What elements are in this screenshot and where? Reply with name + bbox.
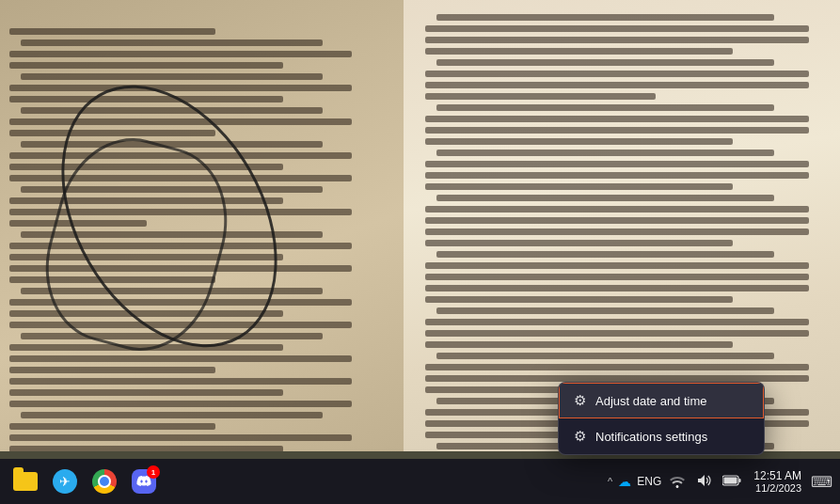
keyboard-icon[interactable]: ⌨ xyxy=(811,473,832,491)
volume-icon[interactable] xyxy=(693,472,714,492)
folder-icon xyxy=(13,472,38,491)
chrome-icon xyxy=(92,469,117,494)
gear-icon-notifications: ⚙ xyxy=(574,428,586,445)
taskbar-apps: ✈ 1 xyxy=(8,464,162,499)
taskbar: ✈ 1 ^ ☁ ENG xyxy=(0,459,840,504)
tray-chevron-icon[interactable]: ^ xyxy=(608,476,612,487)
context-menu: ⚙ Adjust date and time ⚙ Notifications s… xyxy=(558,382,765,455)
menu-label-notifications-settings: Notifications settings xyxy=(595,430,749,444)
telegram-icon: ✈ xyxy=(53,469,77,494)
onedrive-icon[interactable]: ☁ xyxy=(618,474,631,489)
menu-label-adjust-datetime: Adjust date and time xyxy=(595,394,749,408)
clock[interactable]: 12:51 AM 11/2/2023 xyxy=(750,467,805,496)
clock-date: 11/2/2023 xyxy=(755,482,801,494)
svg-rect-2 xyxy=(739,479,741,482)
menu-item-notifications-settings[interactable]: ⚙ Notifications settings xyxy=(559,418,764,454)
gear-icon-datetime: ⚙ xyxy=(574,392,586,409)
discord-badge: 1 xyxy=(147,465,160,479)
taskbar-app-telegram[interactable]: ✈ xyxy=(47,464,83,499)
taskbar-app-chrome[interactable] xyxy=(87,464,122,499)
wifi-icon[interactable] xyxy=(667,473,688,490)
menu-item-adjust-datetime[interactable]: ⚙ Adjust date and time xyxy=(559,383,764,418)
taskbar-app-file-explorer[interactable] xyxy=(8,464,43,499)
taskbar-app-discord[interactable]: 1 xyxy=(126,464,162,499)
language-indicator[interactable]: ENG xyxy=(637,475,661,488)
system-tray: ^ ☁ ENG xyxy=(608,467,832,496)
desktop: ⚙ Adjust date and time ⚙ Notifications s… xyxy=(0,0,840,504)
svg-rect-1 xyxy=(724,478,737,484)
clock-time: 12:51 AM xyxy=(753,469,801,482)
battery-icon[interactable] xyxy=(720,472,744,491)
